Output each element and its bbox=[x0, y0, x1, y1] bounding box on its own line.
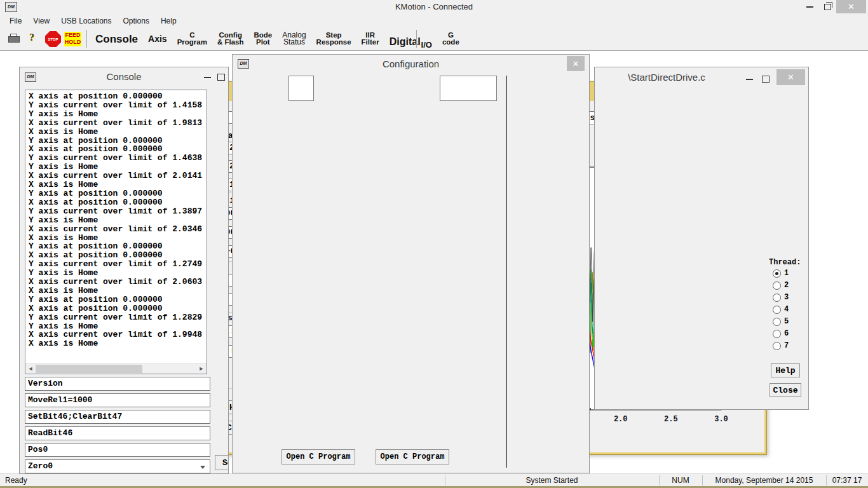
log-line: X axis is Home bbox=[29, 339, 207, 348]
thread-label: Thread: bbox=[769, 258, 801, 267]
configuration-window-title: Configuration bbox=[233, 58, 589, 69]
menu-item[interactable]: USB Locations bbox=[55, 14, 117, 28]
console-log[interactable]: X axis at position 0.000000Y axis curren… bbox=[25, 90, 207, 374]
console-window: DM Console X axis at position 0.000000Y … bbox=[19, 67, 229, 474]
toolbar-button[interactable]: Analog Status bbox=[277, 28, 311, 50]
configuration-window: DM Configuration ✕ Open C Program Open C… bbox=[232, 54, 590, 473]
editor-close-button-2[interactable]: Close bbox=[770, 383, 801, 397]
editor-close-button[interactable]: ✕ bbox=[776, 69, 805, 85]
thread-radio[interactable]: 2 bbox=[773, 281, 789, 290]
log-line: Y axis is Home bbox=[29, 110, 207, 119]
chevron-down-icon[interactable] bbox=[200, 466, 205, 469]
menubar: FileViewUSB LocationsOptionsHelp bbox=[0, 14, 868, 28]
scroll-thumb[interactable] bbox=[36, 365, 142, 373]
configuration-divider bbox=[506, 76, 507, 468]
configuration-field[interactable] bbox=[440, 76, 497, 101]
status-num: NUM bbox=[659, 476, 702, 485]
feed-hold-icon[interactable]: FEEDHOLD bbox=[64, 32, 81, 46]
log-line: X axis is Home bbox=[29, 234, 207, 243]
help-icon[interactable]: ? bbox=[29, 32, 34, 43]
radio-icon bbox=[773, 306, 781, 314]
open-c-program-button[interactable]: Open C Program bbox=[281, 449, 355, 464]
menu-item[interactable]: Help bbox=[155, 14, 182, 28]
toolbar-button[interactable]: Bode Plot bbox=[248, 28, 277, 50]
log-line: Y axis at position 0.000000 bbox=[29, 137, 207, 146]
radio-icon bbox=[773, 330, 781, 338]
log-line: X axis at position 0.000000 bbox=[29, 251, 207, 260]
stop-icon[interactable]: STOP bbox=[45, 31, 61, 47]
main-titlebar: DM KMotion - Connected ✕ bbox=[0, 0, 868, 15]
minimize-icon bbox=[806, 6, 813, 8]
log-line: X axis current over limit of 2.0141 bbox=[29, 172, 207, 180]
console-command-input[interactable]: SetBit46;ClearBit47 bbox=[25, 410, 210, 424]
editor-maximize-button[interactable] bbox=[760, 72, 771, 86]
console-command-input[interactable]: Pos0 bbox=[25, 443, 210, 457]
editor-window-title: \StartDirectDrive.c bbox=[595, 72, 738, 83]
radio-icon bbox=[773, 294, 781, 302]
console-command-input[interactable]: Zero0 bbox=[25, 459, 210, 473]
log-line: X axis at position 0.000000 bbox=[29, 304, 207, 313]
menu-item[interactable]: Options bbox=[118, 14, 155, 28]
toolbar-buttons: Console Axis C Program Config & Flash Bo… bbox=[90, 28, 465, 50]
menu-item[interactable]: View bbox=[27, 14, 55, 28]
thread-radio-group: 1 2 3 4 5 6 7 bbox=[773, 269, 789, 353]
console-maximize-button[interactable] bbox=[215, 71, 227, 84]
print-icon[interactable] bbox=[8, 34, 20, 42]
toolbar-button[interactable]: Axis bbox=[143, 28, 172, 50]
log-line: Y axis current over limit of 1.2749 bbox=[29, 260, 207, 269]
log-line: Y axis at position 0.000000 bbox=[29, 189, 207, 198]
console-command-input[interactable]: MoveRel1=1000 bbox=[25, 393, 210, 407]
thread-radio[interactable]: 5 bbox=[773, 317, 789, 326]
restore-button[interactable] bbox=[820, 0, 835, 13]
scroll-right-icon[interactable]: ► bbox=[196, 364, 207, 374]
toolbar: ? STOP FEEDHOLD Console Axis C Program C… bbox=[0, 28, 868, 51]
radio-icon bbox=[773, 269, 781, 278]
thread-radio[interactable]: 4 bbox=[773, 305, 789, 314]
toolbar-button[interactable]: IIR Filter bbox=[356, 28, 384, 50]
scroll-left-icon[interactable]: ◄ bbox=[25, 364, 36, 374]
minimize-button[interactable] bbox=[802, 0, 817, 13]
radio-icon bbox=[773, 281, 781, 290]
status-date: Monday, September 14 2015 bbox=[702, 476, 826, 485]
log-line: Y axis current over limit of 1.4158 bbox=[29, 101, 207, 110]
log-line: Y axis at position 0.000000 bbox=[29, 295, 207, 304]
status-system: System Started bbox=[445, 476, 659, 485]
menu-item[interactable]: File bbox=[4, 14, 27, 28]
console-hscrollbar[interactable]: ◄ ► bbox=[25, 363, 207, 374]
log-line: X axis current over limit of 2.0603 bbox=[29, 278, 207, 287]
thread-radio[interactable]: 3 bbox=[773, 293, 789, 302]
toolbar-button[interactable]: Console bbox=[90, 28, 143, 50]
radio-icon bbox=[773, 318, 781, 326]
configuration-field[interactable] bbox=[288, 76, 314, 101]
log-line: X axis is Home bbox=[29, 128, 207, 137]
editor-help-button[interactable]: Help bbox=[771, 363, 800, 377]
toolbar-separator bbox=[86, 30, 87, 48]
console-command-input[interactable]: ReadBit46 bbox=[25, 426, 210, 440]
toolbar-button[interactable]: Digital I/O bbox=[384, 28, 437, 50]
console-minimize-button[interactable] bbox=[201, 71, 213, 84]
toolbar-button[interactable]: Step Response bbox=[311, 28, 356, 50]
toolbar-button[interactable]: Config & Flash bbox=[212, 28, 249, 50]
thread-radio[interactable]: 1 bbox=[773, 269, 789, 278]
thread-radio[interactable]: 6 bbox=[773, 329, 789, 338]
log-line: X axis at position 0.000000 bbox=[29, 145, 207, 154]
configuration-close-button[interactable]: ✕ bbox=[567, 56, 585, 71]
console-command-input[interactable]: Version bbox=[25, 377, 210, 391]
svg-text:2.0: 2.0 bbox=[614, 415, 628, 424]
thread-radio[interactable]: 7 bbox=[773, 341, 789, 350]
log-line: X axis is Home bbox=[29, 180, 207, 189]
log-line: X axis current over limit of 1.9948 bbox=[29, 330, 207, 339]
send-button[interactable]: Send bbox=[215, 455, 229, 470]
log-line: Y axis is Home bbox=[29, 216, 207, 225]
log-line: Y axis is Home bbox=[29, 322, 207, 331]
log-line: Y axis current over limit of 1.4638 bbox=[29, 154, 207, 163]
open-c-program-button[interactable]: Open C Program bbox=[376, 449, 449, 464]
close-button[interactable]: ✕ bbox=[836, 0, 866, 13]
toolbar-button[interactable]: C Program bbox=[172, 28, 212, 50]
log-line: Y axis is Home bbox=[29, 269, 207, 278]
toolbar-button[interactable]: G code bbox=[437, 28, 465, 50]
editor-minimize-button[interactable] bbox=[743, 72, 755, 86]
toolbar-separator bbox=[416, 30, 417, 48]
log-line: X axis current over limit of 2.0346 bbox=[29, 225, 207, 234]
log-line: Y axis at position 0.000000 bbox=[29, 242, 207, 251]
